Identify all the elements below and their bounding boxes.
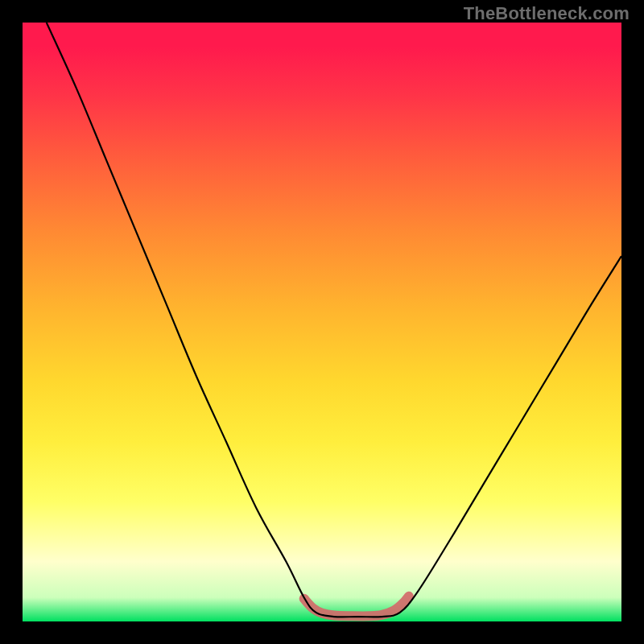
bottleneck-curve-path: [47, 23, 621, 617]
curve-layer: [23, 23, 621, 621]
chart-container: TheBottleneck.com: [0, 0, 644, 644]
watermark-text: TheBottleneck.com: [464, 5, 630, 23]
plot-area: [23, 23, 621, 621]
valley-marker-path: [304, 597, 409, 617]
